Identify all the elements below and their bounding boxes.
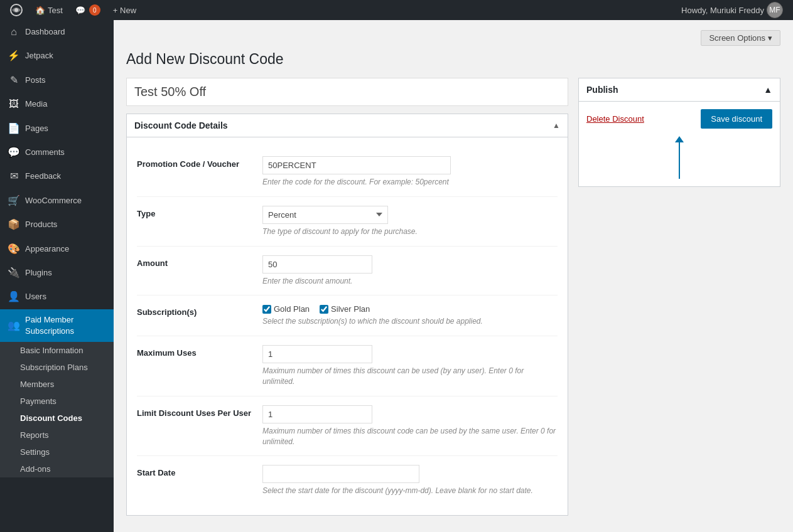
side-panel: Publish ▲ Delete Discount Save discount bbox=[578, 78, 780, 187]
wp-logo-button[interactable] bbox=[5, 0, 28, 20]
discount-details-title: Discount Code Details bbox=[134, 120, 228, 130]
sidebar-label-plugins: Plugins bbox=[25, 267, 52, 279]
publish-header: Publish ▲ bbox=[579, 78, 780, 102]
arrow-line bbox=[679, 141, 680, 179]
type-select[interactable]: Percent Fixed bbox=[262, 206, 388, 224]
gold-plan-checkbox[interactable] bbox=[262, 305, 271, 314]
gold-plan-label: Gold Plan bbox=[274, 304, 310, 314]
title-input[interactable] bbox=[126, 78, 568, 106]
sidebar-label-pages: Pages bbox=[25, 123, 48, 134]
paid-member-submenu: Basic Information Subscription Plans Mem… bbox=[0, 342, 114, 477]
gold-plan-item[interactable]: Gold Plan bbox=[262, 304, 310, 314]
subscriptions-label: Subscription(s) bbox=[137, 304, 262, 318]
publish-collapse-icon[interactable]: ▲ bbox=[763, 85, 772, 95]
screen-options-label: Screen Options bbox=[709, 33, 765, 43]
submenu-discount-codes[interactable]: Discount Codes bbox=[0, 410, 114, 427]
limit-per-user-row: Limit Discount Uses Per User Maximum num… bbox=[137, 396, 558, 457]
publish-title: Publish bbox=[586, 85, 618, 95]
screen-options-bar: Screen Options ▾ bbox=[126, 30, 780, 46]
paid-member-icon: 👥 bbox=[8, 319, 20, 332]
submenu-add-ons[interactable]: Add-ons bbox=[0, 460, 114, 477]
subscriptions-row: Subscription(s) Gold Plan Sil bbox=[137, 295, 558, 336]
svg-point-1 bbox=[14, 8, 18, 12]
sidebar-label-paid-member: Paid Member Subscriptions bbox=[25, 314, 106, 337]
sidebar-item-products[interactable]: 📦 Products bbox=[0, 213, 114, 237]
start-date-row: Start Date Select the start date for the… bbox=[137, 456, 558, 505]
start-date-input[interactable] bbox=[262, 465, 419, 483]
woocommerce-icon: 🛒 bbox=[8, 194, 20, 208]
subscriptions-help: Select the subscription(s) to which the … bbox=[262, 316, 558, 327]
silver-plan-label: Silver Plan bbox=[331, 304, 370, 314]
limit-per-user-wrap: Maximum number of times this discount co… bbox=[262, 405, 558, 447]
publish-content: Delete Discount Save discount bbox=[579, 102, 780, 136]
posts-icon: ✎ bbox=[8, 73, 20, 87]
sidebar-label-appearance: Appearance bbox=[25, 243, 69, 255]
promotion-code-row: Promotion Code / Voucher Enter the code … bbox=[137, 147, 558, 197]
main-content: Screen Options ▾ Add New Discount Code D… bbox=[114, 20, 793, 532]
maximum-uses-wrap: Maximum number of times this discount ca… bbox=[262, 345, 558, 387]
content-grid: Discount Code Details ▲ Promotion Code /… bbox=[126, 78, 780, 526]
silver-plan-item[interactable]: Silver Plan bbox=[320, 304, 370, 314]
promotion-code-input[interactable] bbox=[262, 156, 451, 174]
start-date-wrap: Select the start date for the discount (… bbox=[262, 465, 558, 496]
sidebar-item-posts[interactable]: ✎ Posts bbox=[0, 68, 114, 92]
save-discount-button[interactable]: Save discount bbox=[701, 109, 772, 129]
screen-options-button[interactable]: Screen Options ▾ bbox=[701, 30, 780, 46]
users-icon: 👤 bbox=[8, 290, 20, 304]
new-content-link[interactable]: + New bbox=[108, 0, 141, 20]
feedback-icon: ✉ bbox=[8, 169, 20, 183]
sidebar-item-pages[interactable]: 📄 Pages bbox=[0, 117, 114, 141]
submenu-settings[interactable]: Settings bbox=[0, 444, 114, 460]
sidebar-item-appearance[interactable]: 🎨 Appearance bbox=[0, 237, 114, 261]
sidebar-item-plugins[interactable]: 🔌 Plugins bbox=[0, 261, 114, 285]
silver-plan-checkbox[interactable] bbox=[320, 305, 328, 314]
sidebar-item-media[interactable]: 🖼 Media bbox=[0, 92, 114, 116]
site-name: Test bbox=[48, 6, 63, 15]
submenu-subscription-plans[interactable]: Subscription Plans bbox=[0, 359, 114, 376]
media-icon: 🖼 bbox=[8, 97, 20, 111]
main-panel: Discount Code Details ▲ Promotion Code /… bbox=[126, 78, 568, 526]
limit-per-user-input[interactable] bbox=[262, 405, 372, 423]
submenu-basic-info[interactable]: Basic Information bbox=[0, 342, 114, 359]
sidebar-item-dashboard[interactable]: ⌂ Dashboard bbox=[0, 20, 114, 44]
amount-wrap: Enter the discount amount. bbox=[262, 255, 558, 287]
promotion-code-label: Promotion Code / Voucher bbox=[137, 156, 262, 170]
home-icon: 🏠 bbox=[35, 6, 45, 15]
submenu-payments[interactable]: Payments bbox=[0, 393, 114, 410]
sidebar-label-media: Media bbox=[25, 98, 47, 110]
sidebar-label-dashboard: Dashboard bbox=[25, 26, 65, 38]
comment-icon: 💬 bbox=[75, 6, 85, 15]
pages-icon: 📄 bbox=[8, 122, 20, 136]
amount-input[interactable] bbox=[262, 255, 372, 274]
toggle-icon[interactable]: ▲ bbox=[553, 121, 560, 130]
sidebar-label-feedback: Feedback bbox=[25, 171, 61, 182]
comments-count: 0 bbox=[89, 4, 100, 16]
publish-box: Publish ▲ Delete Discount Save discount bbox=[578, 78, 780, 187]
comments-sidebar-icon: 💬 bbox=[8, 146, 20, 159]
amount-help: Enter the discount amount. bbox=[262, 276, 558, 287]
discount-details-metabox: Discount Code Details ▲ Promotion Code /… bbox=[126, 114, 568, 516]
sidebar-item-paid-member[interactable]: 👥 Paid Member Subscriptions bbox=[0, 309, 114, 342]
sidebar-item-jetpack[interactable]: ⚡ Jetpack bbox=[0, 44, 114, 68]
sidebar-label-jetpack: Jetpack bbox=[25, 50, 53, 61]
maximum-uses-help: Maximum number of times this discount ca… bbox=[262, 366, 558, 387]
sidebar-item-woocommerce[interactable]: 🛒 WooCommerce bbox=[0, 189, 114, 213]
amount-row: Amount Enter the discount amount. bbox=[137, 247, 558, 296]
submenu-reports[interactable]: Reports bbox=[0, 427, 114, 444]
maximum-uses-input[interactable] bbox=[262, 345, 372, 363]
type-help: The type of discount to apply for the pu… bbox=[262, 226, 558, 237]
comments-link[interactable]: 💬 0 bbox=[70, 0, 105, 20]
discount-details-header[interactable]: Discount Code Details ▲ bbox=[127, 114, 568, 137]
sidebar-item-comments[interactable]: 💬 Comments bbox=[0, 141, 114, 164]
sidebar-item-feedback[interactable]: ✉ Feedback bbox=[0, 164, 114, 188]
maximum-uses-label: Maximum Uses bbox=[137, 345, 262, 359]
submenu-members[interactable]: Members bbox=[0, 376, 114, 393]
promotion-code-help: Enter the code for the discount. For exa… bbox=[262, 177, 558, 188]
user-greeting[interactable]: Howdy, Muriuki Freddy MF bbox=[676, 0, 788, 20]
sidebar-item-users[interactable]: 👤 Users bbox=[0, 285, 114, 309]
subscriptions-checkboxes: Gold Plan Silver Plan bbox=[262, 304, 558, 314]
sidebar-label-comments: Comments bbox=[25, 147, 65, 158]
site-name-link[interactable]: 🏠 Test bbox=[30, 0, 68, 20]
user-avatar: MF bbox=[767, 2, 783, 18]
delete-discount-link[interactable]: Delete Discount bbox=[586, 114, 644, 124]
